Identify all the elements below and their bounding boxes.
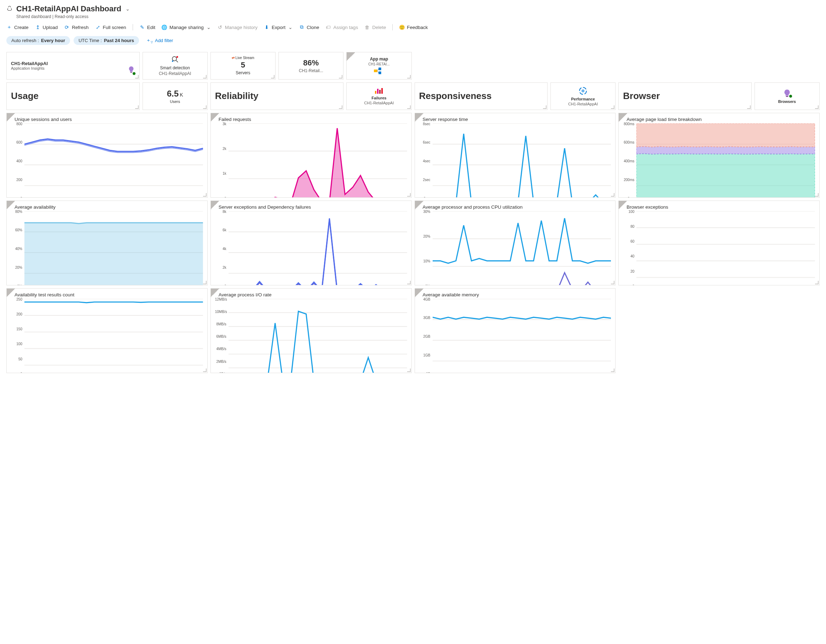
feedback-button[interactable]: 🙂Feedback — [399, 25, 428, 30]
filter-bar: Auto refresh : Every hour UTC Time : Pas… — [6, 36, 820, 46]
tile-smart-detection[interactable]: Smart detection CH1-RetailAppAI — [143, 52, 208, 79]
tile-app-map[interactable]: App map CH1-RETAI... — [346, 52, 411, 79]
assign-tags-button: 🏷Assign tags — [326, 25, 358, 30]
chart-exceptions[interactable]: Server exceptions and Dependency failure… — [211, 200, 412, 286]
appmap-icon — [374, 68, 384, 74]
svg-point-15 — [582, 89, 585, 92]
svg-line-8 — [377, 69, 379, 71]
tile-live-stream[interactable]: ⇄ Live Stream 5 Servers — [211, 52, 276, 79]
toolbar: ＋Create ↥Upload ⟳Refresh ⤢Full screen ✎E… — [6, 24, 820, 30]
tile-browsers[interactable]: Browsers — [755, 82, 820, 110]
export-button[interactable]: ⬇Export⌄ — [264, 25, 293, 30]
refresh-button[interactable]: ⟳Refresh — [64, 25, 88, 30]
chart-unique-sessions[interactable]: Unique sessions and users 8006004002000 … — [6, 113, 208, 198]
manage-history-button: ↺Manage history — [217, 25, 258, 30]
tile-failures[interactable]: Failures CH1-RetailAppAI — [346, 82, 411, 110]
svg-point-4 — [172, 61, 173, 62]
browsers-icon — [783, 89, 792, 99]
chart-failed-requests[interactable]: Failed requests 3k2k1k012 PM6 PMOct 26 A… — [211, 113, 412, 198]
svg-rect-5 — [374, 70, 377, 72]
section-reliability: Reliability — [211, 82, 344, 110]
add-filter-button[interactable]: ＋▽Add filter — [143, 36, 177, 46]
svg-rect-0 — [130, 72, 132, 73]
performance-icon — [578, 86, 588, 96]
svg-line-2 — [176, 61, 178, 62]
svg-rect-16 — [786, 96, 789, 96]
dashboard-title[interactable]: CH1-RetailAppAI Dashboard — [16, 4, 121, 14]
chart-browser-exceptions[interactable]: Browser exceptions 10080604020012 PM6 PM… — [618, 200, 820, 286]
auto-refresh-pill[interactable]: Auto refresh : Every hour — [6, 36, 70, 45]
fullscreen-button[interactable]: ⤢Full screen — [95, 25, 126, 30]
insights-icon — [127, 66, 135, 74]
recycle-icon — [6, 6, 13, 12]
svg-rect-10 — [375, 91, 376, 94]
tile-app-insights[interactable]: CH1-RetailAppAI Application Insights — [6, 52, 140, 79]
chart-availability-tests[interactable]: Availability test results count 25020015… — [6, 288, 208, 373]
chart-server-response[interactable]: Server response time 8sec6sec4sec2sec0ms… — [415, 113, 616, 198]
clone-button[interactable]: ⧉Clone — [299, 25, 319, 30]
tile-performance[interactable]: Performance CH1-RetailAppAI — [550, 82, 615, 110]
failures-icon — [374, 87, 384, 95]
chevron-down-icon[interactable]: ⌄ — [126, 6, 130, 12]
time-range-pill[interactable]: UTC Time : Past 24 hours — [74, 36, 139, 45]
delete-button: 🗑Delete — [364, 25, 386, 30]
manage-sharing-button[interactable]: 🌐Manage sharing⌄ — [161, 25, 211, 30]
svg-rect-7 — [379, 71, 381, 74]
upload-button[interactable]: ↥Upload — [35, 25, 58, 30]
svg-rect-11 — [377, 89, 379, 94]
tile-percent[interactable]: 86% CH1-Retail... — [278, 52, 343, 79]
svg-rect-6 — [379, 68, 381, 70]
chart-availability[interactable]: Average availability 80%60%40%20%0%12 PM… — [6, 200, 208, 286]
section-responsiveness: Responsiveness — [415, 82, 548, 110]
dashboard-subtitle: Shared dashboard | Read-only access — [16, 14, 820, 19]
chart-memory[interactable]: Average available memory 4GB3GB2GB1GB0B1… — [415, 288, 616, 373]
chart-page-load[interactable]: Average page load time breakdown 800ms60… — [618, 113, 820, 198]
chart-cpu[interactable]: Average processor and process CPU utiliz… — [415, 200, 616, 286]
edit-button[interactable]: ✎Edit — [140, 25, 155, 30]
section-browser: Browser — [618, 82, 752, 110]
svg-point-3 — [176, 56, 178, 58]
section-usage: Usage — [6, 82, 140, 110]
svg-rect-13 — [381, 88, 383, 94]
chart-process-io[interactable]: Average process I/O rate 12MB/s10MB/s8MB… — [211, 288, 412, 373]
svg-line-9 — [377, 71, 379, 73]
svg-point-1 — [172, 57, 177, 61]
tile-users-kpi[interactable]: 6.5 K Users — [143, 82, 208, 110]
svg-rect-12 — [379, 90, 380, 94]
create-button[interactable]: ＋Create — [6, 25, 29, 30]
search-icon — [171, 55, 179, 65]
